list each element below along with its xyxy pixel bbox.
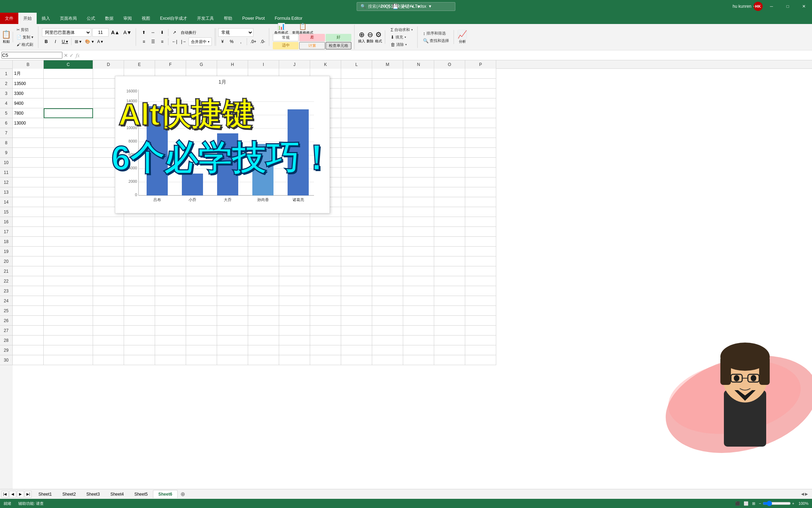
row-header-14[interactable]: 14 [0,197,13,207]
cell-l3[interactable] [341,89,372,98]
cell-c-13[interactable] [44,187,93,197]
cell-p-26[interactable] [465,316,496,326]
cell-p6[interactable] [465,118,496,128]
cell-g-28[interactable] [186,335,217,345]
cell-d-17[interactable] [93,227,124,237]
row-header-27[interactable]: 27 [0,326,13,335]
cell-m-18[interactable] [372,237,403,247]
cell-l-23[interactable] [341,286,372,296]
cell-c-19[interactable] [44,247,93,256]
cell-f-30[interactable] [155,355,186,365]
indent-decrease-btn[interactable]: ←| [170,37,179,46]
cell-o-25[interactable] [434,306,465,316]
cell-b5[interactable]: 7800 [13,108,44,118]
sheet-tab-6[interactable]: Sheet6 [153,490,177,498]
cell-m-12[interactable] [372,177,403,187]
cell-p2[interactable] [465,79,496,89]
cell-l6[interactable] [341,118,372,128]
cancel-formula-btn[interactable]: ✕ [64,53,68,58]
formula-input[interactable] [82,52,811,59]
search-box[interactable]: 🔍 搜索(Alt+Q) [357,2,455,11]
cell-d-27[interactable] [93,326,124,335]
cell-c5-selected[interactable] [44,108,93,118]
cell-p-18[interactable] [465,237,496,247]
row-header-30[interactable]: 30 [0,355,13,365]
cell-m-27[interactable] [372,326,403,335]
cell-p-24[interactable] [465,296,496,306]
cell-d-16[interactable] [93,217,124,227]
align-right-btn[interactable]: ≡ [158,37,166,46]
cell-p3[interactable] [465,89,496,98]
cell-o-11[interactable] [434,168,465,177]
sheet-tab-2[interactable]: Sheet2 [57,490,81,498]
cell-n-30[interactable] [403,355,434,365]
cell-l-13[interactable] [341,187,372,197]
cell-n-29[interactable] [403,345,434,355]
cell-p-16[interactable] [465,217,496,227]
cell-h-21[interactable] [217,266,248,276]
cell-k-20[interactable] [310,256,341,266]
row-header-25[interactable]: 25 [0,306,13,316]
cell-e-22[interactable] [124,276,155,286]
cell-f-24[interactable] [155,296,186,306]
cell-b-25[interactable] [13,306,44,316]
cell-j-17[interactable] [279,227,310,237]
sheet-nav-first[interactable]: |◀ [1,491,8,498]
cell-m-7[interactable] [372,128,403,138]
cell-p-10[interactable] [465,158,496,168]
cell-o-12[interactable] [434,177,465,187]
cell-f-20[interactable] [155,256,186,266]
col-header-h[interactable]: H [217,60,248,69]
clear-dropdown[interactable]: ▾ [405,43,407,46]
cell-h-26[interactable] [217,316,248,326]
cell-c-29[interactable] [44,345,93,355]
cell-h-24[interactable] [217,296,248,306]
cell-p-28[interactable] [465,335,496,345]
cell-c-26[interactable] [44,316,93,326]
col-header-e[interactable]: E [124,60,155,69]
cell-m-20[interactable] [372,256,403,266]
cell-d-25[interactable] [93,306,124,316]
cell-j-19[interactable] [279,247,310,256]
cell-p-22[interactable] [465,276,496,286]
paste-btn[interactable]: 📋 粘贴 [1,30,11,44]
cell-k-17[interactable] [310,227,341,237]
cell-e-24[interactable] [124,296,155,306]
cell-m-21[interactable] [372,266,403,276]
row-header-11[interactable]: 11 [0,168,13,177]
cell-l-29[interactable] [341,345,372,355]
cell-n-26[interactable] [403,316,434,326]
minimize-btn[interactable]: ─ [763,0,780,13]
corner-cell[interactable] [0,60,13,68]
cell-l4[interactable] [341,98,372,108]
cell-m-22[interactable] [372,276,403,286]
cell-m-10[interactable] [372,158,403,168]
tab-formulas[interactable]: 公式 [82,13,100,24]
cell-n-17[interactable] [403,227,434,237]
cell-l-22[interactable] [341,276,372,286]
tab-review[interactable]: 审阅 [118,13,137,24]
cell-l5[interactable] [341,108,372,118]
cell-o3[interactable] [434,89,465,98]
tab-home[interactable]: 开始 [18,13,37,24]
cell-i-29[interactable] [248,345,279,355]
cell-e-16[interactable] [124,217,155,227]
cell-b-21[interactable] [13,266,44,276]
cell-n-22[interactable] [403,276,434,286]
cell-p-27[interactable] [465,326,496,335]
cell-i-17[interactable] [248,227,279,237]
cell-o-8[interactable] [434,138,465,148]
cell-p-7[interactable] [465,128,496,138]
cell-c3[interactable] [44,89,93,98]
cell-j-18[interactable] [279,237,310,247]
cell-n-16[interactable] [403,217,434,227]
cell-o-28[interactable] [434,335,465,345]
cell-p-15[interactable] [465,207,496,217]
cell-k-29[interactable] [310,345,341,355]
cell-p-9[interactable] [465,148,496,158]
row-header-20[interactable]: 20 [0,256,13,266]
cell-h-22[interactable] [217,276,248,286]
sheet-tab-1[interactable]: Sheet1 [33,490,57,498]
merge-btn[interactable]: 合并居中 ▾ [189,37,212,46]
row-header-4[interactable]: 4 [0,98,13,108]
